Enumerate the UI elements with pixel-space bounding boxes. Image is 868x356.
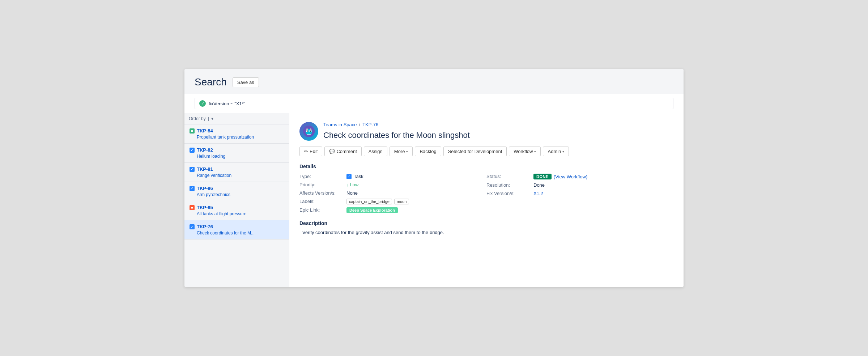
description-section: Description Verify coordinates for the g… [299, 220, 673, 236]
sidebar-item-title: Propellant tank pressurization [190, 135, 284, 140]
story-icon: ■ [190, 128, 195, 134]
sidebar-item-title: Helium loading [190, 154, 284, 159]
epic-value: Deep Space Exploration [346, 207, 398, 213]
details-right-column: Status: DONE (View Workflow) Resolution:… [486, 174, 673, 213]
priority-label: Priority: [299, 182, 346, 187]
issue-header: Teams in Space / TKP-76 Check coordinate… [299, 122, 673, 141]
task-icon: ✓ [190, 148, 195, 153]
edit-label: Edit [310, 149, 318, 154]
status-row: Status: DONE (View Workflow) [486, 174, 673, 179]
status-label: Status: [486, 174, 533, 179]
priority-row: Priority: ↓ Low [299, 182, 486, 187]
type-value: ✓ Task [346, 174, 363, 179]
search-query: fixVersion ~ "X1*" [209, 101, 245, 106]
epic-label: Epic Link: [299, 207, 346, 213]
sidebar-item-id-label: TKP-86 [197, 186, 213, 191]
priority-value-text: Low [350, 182, 359, 187]
view-workflow-link[interactable]: (View Workflow) [554, 174, 587, 179]
page-header: Search Save as [184, 69, 684, 94]
task-type-icon: ✓ [346, 174, 352, 179]
sidebar-item-id-label: TKP-81 [197, 166, 213, 172]
description-title: Description [299, 220, 673, 226]
sidebar-item-id-label: TKP-76 [197, 224, 213, 229]
order-by-dropdown[interactable] [211, 116, 213, 121]
details-left-column: Type: ✓ Task Priority: ↓ Low [299, 174, 486, 213]
breadcrumb-project[interactable]: Teams in Space [323, 122, 357, 127]
issue-title: Check coordinates for the Moon slingshot [323, 130, 470, 141]
order-by-bar: Order by | [184, 113, 289, 124]
sidebar-item-title: Check coordinates for the M... [190, 230, 284, 236]
fix-version-row: Fix Version/s: X1.2 [486, 191, 673, 196]
sidebar-item-tkp85[interactable]: ■ TKP-85 All tanks at flight pressure [184, 201, 289, 220]
chevron-down-icon: ▾ [534, 150, 536, 153]
chevron-down-icon: ▾ [406, 150, 408, 153]
admin-label: Admin [548, 149, 561, 154]
affects-row: Affects Version/s: None [299, 190, 486, 196]
label-tag-moon: moon [394, 199, 409, 204]
epic-link-tag[interactable]: Deep Space Exploration [346, 207, 398, 213]
labels-row: Labels: captain_on_the_bridge moon [299, 199, 486, 204]
task-icon: ✓ [190, 224, 195, 229]
affects-value: None [346, 190, 358, 196]
priority-arrow-icon: ↓ [346, 182, 349, 187]
task-icon: ✓ [190, 186, 195, 191]
bug-icon: ■ [190, 205, 195, 210]
comment-icon: 💬 [329, 149, 335, 154]
admin-button[interactable]: Admin ▾ [543, 147, 569, 156]
sidebar-item-tkp86[interactable]: ✓ TKP-86 Arm pyrotechnics [184, 182, 289, 201]
type-label: Type: [299, 174, 346, 179]
resolution-label: Resolution: [486, 182, 533, 188]
more-button[interactable]: More ▾ [390, 147, 413, 156]
label-tag-captain: captain_on_the_bridge [346, 199, 392, 204]
fix-version-label: Fix Version/s: [486, 191, 533, 196]
comment-button[interactable]: 💬 Comment [324, 147, 361, 156]
sidebar-item-id-label: TKP-85 [197, 205, 213, 210]
avatar [299, 122, 318, 141]
issue-title-area: Teams in Space / TKP-76 Check coordinate… [323, 122, 470, 141]
assign-button[interactable]: Assign [364, 147, 387, 156]
sidebar-item-tkp81[interactable]: ✓ TKP-81 Range verification [184, 163, 289, 182]
fix-version-link[interactable]: X1.2 [533, 191, 543, 196]
details-section: Details Type: ✓ Task Priority: [299, 164, 673, 213]
workflow-button[interactable]: Workflow ▾ [509, 147, 541, 156]
chevron-down-icon: ▾ [562, 150, 564, 153]
svg-rect-8 [310, 128, 312, 131]
description-text: Verify coordinates for the gravity assis… [299, 229, 673, 236]
sidebar-item-id-label: TKP-82 [197, 147, 213, 153]
sidebar-item-id-label: TKP-84 [197, 128, 213, 134]
status-done-badge: DONE [533, 174, 552, 179]
breadcrumb-issue-id[interactable]: TKP-76 [362, 122, 378, 127]
status-value: DONE (View Workflow) [533, 174, 587, 179]
svg-rect-7 [306, 128, 308, 131]
main-container: Search Save as ✓ fixVersion ~ "X1*" Orde… [184, 69, 684, 287]
save-as-button[interactable]: Save as [233, 77, 259, 87]
labels-label: Labels: [299, 199, 346, 204]
epic-row: Epic Link: Deep Space Exploration [299, 207, 486, 213]
sidebar-item-title: Arm pyrotechnics [190, 192, 284, 197]
backlog-button[interactable]: Backlog [415, 147, 441, 156]
details-section-title: Details [299, 164, 673, 169]
backlog-label: Backlog [420, 149, 436, 154]
sidebar-item-tkp82[interactable]: ✓ TKP-82 Helium loading [184, 144, 289, 163]
edit-button[interactable]: ✏ Edit [299, 147, 322, 156]
type-value-text: Task [354, 174, 363, 179]
sidebar-item-title: Range verification [190, 173, 284, 178]
detail-panel: Teams in Space / TKP-76 Check coordinate… [289, 113, 684, 287]
sidebar-item-tkp76[interactable]: ✓ TKP-76 Check coordinates for the M... [184, 220, 289, 240]
search-bar[interactable]: ✓ fixVersion ~ "X1*" [195, 98, 673, 109]
fix-version-value: X1.2 [533, 191, 543, 196]
content-area: Order by | ■ TKP-84 Propellant tank pres… [184, 113, 684, 287]
selected-for-dev-button[interactable]: Selected for Development [443, 147, 507, 156]
assign-label: Assign [369, 149, 383, 154]
selected-for-dev-label: Selected for Development [448, 149, 502, 154]
breadcrumb: Teams in Space / TKP-76 [323, 122, 470, 127]
page-title: Search [195, 76, 227, 88]
type-row: Type: ✓ Task [299, 174, 486, 179]
details-grid: Type: ✓ Task Priority: ↓ Low [299, 174, 673, 213]
resolution-value: Done [533, 182, 545, 188]
sidebar-item-tkp84[interactable]: ■ TKP-84 Propellant tank pressurization [184, 124, 289, 144]
priority-value: ↓ Low [346, 182, 358, 187]
search-bar-row: ✓ fixVersion ~ "X1*" [184, 94, 684, 113]
pipe-separator: | [208, 116, 209, 121]
breadcrumb-separator: / [359, 122, 361, 127]
